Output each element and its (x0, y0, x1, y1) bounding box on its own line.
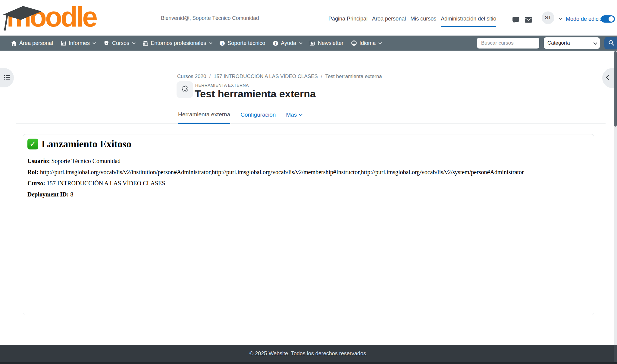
search-icon (608, 40, 614, 47)
edit-mode-label: Modo de edición (566, 16, 606, 22)
home-icon (11, 41, 17, 46)
navbar-item-informes[interactable]: Informes (57, 36, 99, 51)
chevron-down-icon (209, 41, 212, 44)
primary-nav: Página Principal Área personal Mis curso… (328, 0, 496, 27)
copyright-text: © 2025 Website. Todos los derechos reser… (249, 350, 368, 357)
lti-launch-result-card: ✓ Lanzamiento Exitoso Usuario:Soporte Té… (23, 134, 594, 315)
open-block-drawer-button[interactable] (602, 68, 614, 88)
activity-icon-box (177, 81, 193, 98)
mail-icon[interactable] (525, 16, 533, 24)
navbar-item-idioma[interactable]: Idioma (347, 36, 385, 51)
navbar-item-cursos[interactable]: Cursos (99, 36, 139, 51)
vertical-scrollbar-footer-track (614, 345, 617, 362)
nav-administracion-del-sitio[interactable]: Administración del sitio (441, 16, 496, 27)
tab-mas[interactable]: Más (286, 111, 302, 123)
tabs-bar: Herramienta externa Configuración Más (16, 109, 606, 124)
chevron-down-icon (92, 41, 96, 44)
bank-icon (143, 41, 148, 46)
welcome-text: Bienvenid@, Soporte Técnico Comunidad (161, 15, 259, 21)
navbar-item-ayuda[interactable]: ? Ayuda (269, 36, 306, 51)
question-circle-icon: ? (273, 41, 278, 46)
navbar-item-newsletter[interactable]: Newsletter (306, 36, 347, 51)
svg-text:?: ? (274, 41, 277, 45)
user-avatar[interactable]: ST (542, 11, 554, 24)
info-circle-icon: i (220, 41, 225, 46)
user-menu-chevron-down-icon[interactable] (559, 16, 562, 20)
navbar-item-soporte-tecnico[interactable]: i Soporte técnico (216, 36, 269, 51)
chevron-down-icon (299, 112, 302, 116)
breadcrumb: Cursos 2020 / 157 INTRODUCCIÓN A LAS VÍD… (177, 74, 382, 80)
field-curso: Curso:157 INTRODUCCIÓN A LAS VÍDEO CLASE… (27, 180, 590, 186)
check-mark-icon: ✓ (27, 139, 38, 149)
globe-icon (351, 40, 357, 46)
launch-status-heading: ✓ Lanzamiento Exitoso (27, 138, 590, 150)
vertical-scrollbar-track[interactable] (614, 51, 617, 345)
breadcrumb-separator: / (209, 74, 211, 80)
vertical-scrollbar-thumb[interactable] (614, 51, 617, 127)
chevron-left-icon (606, 74, 609, 82)
navbar-item-area-personal[interactable]: Área personal (7, 36, 57, 51)
search-button[interactable] (604, 37, 617, 49)
page-footer: © 2025 Website. Todos los derechos reser… (0, 345, 617, 364)
top-header: moodle Bienvenid@, Soporte Técnico Comun… (0, 0, 617, 36)
chevron-down-icon (378, 41, 382, 44)
open-course-index-drawer-button[interactable] (0, 68, 14, 87)
breadcrumb-current-page: Test herramienta externa (325, 74, 382, 80)
category-select[interactable]: Categoría (544, 37, 600, 49)
bar-chart-icon (61, 41, 66, 46)
list-icon (4, 75, 10, 81)
moodle-logo[interactable]: moodle (7, 1, 109, 34)
course-search-area: Categoría (477, 36, 617, 51)
nav-pagina-principal[interactable]: Página Principal (328, 16, 368, 27)
tab-configuracion[interactable]: Configuración (240, 111, 276, 123)
navbar-item-entornos-profesionales[interactable]: Entornos profesionales (139, 36, 216, 51)
chevron-down-icon (132, 41, 135, 44)
tab-herramienta-externa[interactable]: Herramienta externa (178, 111, 230, 124)
main-content: Cursos 2020 / 157 INTRODUCCIÓN A LAS VÍD… (0, 51, 617, 345)
puzzle-piece-icon (181, 85, 189, 94)
edit-mode-toggle[interactable] (601, 15, 615, 23)
breadcrumb-cursos-2020[interactable]: Cursos 2020 (177, 74, 206, 80)
select-chevron-down-icon (594, 41, 597, 45)
nav-area-personal[interactable]: Área personal (372, 16, 406, 27)
messages-icon[interactable] (512, 16, 520, 24)
tabs: Herramienta externa Configuración Más (178, 109, 606, 123)
field-rol: Rol:http://purl.imsglobal.org/vocab/lis/… (27, 169, 590, 175)
field-usuario: Usuario:Soporte Técnico Comunidad (27, 158, 590, 164)
status-heading-text: Lanzamiento Exitoso (42, 138, 131, 150)
field-deployment-id: Deployment ID:8 (27, 191, 590, 197)
page-title: Test herramienta externa (195, 88, 316, 100)
graduation-cap-icon (103, 41, 109, 46)
toggle-knob (609, 16, 614, 22)
search-courses-input[interactable] (477, 38, 539, 49)
secondary-navbar: Área personal Informes Cursos Entornos p… (0, 36, 617, 51)
chevron-down-icon (299, 41, 302, 44)
moodle-app: moodle Bienvenid@, Soporte Técnico Comun… (0, 0, 617, 364)
activity-type-label: HERRAMIENTA EXTERNA (195, 83, 249, 88)
breadcrumb-separator: / (321, 74, 322, 80)
breadcrumb-course[interactable]: 157 INTRODUCCIÓN A LAS VÍDEO CLASES (214, 74, 318, 80)
newspaper-icon (310, 41, 315, 46)
nav-mis-cursos[interactable]: Mis cursos (410, 16, 436, 27)
